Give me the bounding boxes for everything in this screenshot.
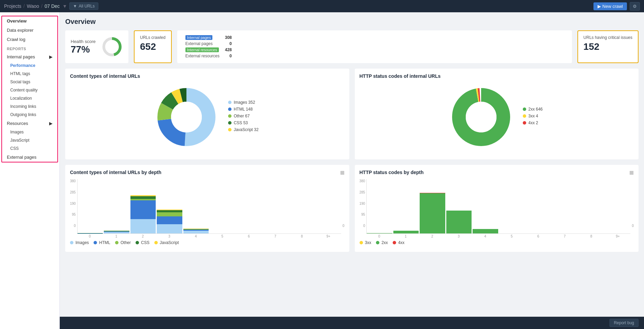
- internal-resources-count: 428: [222, 47, 235, 53]
- sidebar-sub-performance[interactable]: Performance: [2, 61, 57, 70]
- bar-chart-icon-1: ▦: [340, 170, 345, 175]
- critical-issues-card: URLs having critical issues 152: [577, 30, 639, 63]
- filter-label: All URLs: [79, 4, 95, 9]
- legend-dot-images: [228, 101, 232, 104]
- sidebar-sub-html-tags[interactable]: HTML tags: [2, 70, 57, 78]
- bar-chart-icon-2: ▦: [629, 170, 634, 175]
- sidebar: Overview Data explorer Crawl log REPORTS…: [0, 12, 60, 329]
- legend-html: HTML 148: [228, 107, 258, 112]
- legend-css: CSS 53: [228, 120, 258, 125]
- sidebar-item-resources[interactable]: Resources ▶: [2, 119, 57, 128]
- http-bar-group-3: [446, 179, 472, 233]
- urls-crawled-value: 652: [140, 41, 166, 52]
- bar-seg-css-2: [130, 196, 156, 199]
- sidebar-item-internal-pages[interactable]: Internal pages ▶: [2, 52, 57, 61]
- http-depth-xlabels: 0 1 2 3 4 5 6 7 8 9+: [366, 234, 630, 238]
- table-row: External resources 0: [183, 53, 235, 59]
- legend-label-2xx: 2xx 646: [528, 107, 543, 112]
- sidebar-section-reports: REPORTS: [2, 44, 57, 52]
- health-score-card: Health score 77%: [65, 30, 128, 63]
- content-types-donut-svg: [156, 86, 217, 148]
- content-types-chart: Content types of internal URLs: [65, 69, 349, 159]
- breadcrumb-date[interactable]: 07 Dec: [44, 3, 59, 9]
- http-depth-legend: 3xx 2xx 4xx: [360, 240, 634, 247]
- http-bar-group-4: [473, 179, 498, 233]
- content-depth-bars-wrap: 0 1 2 3 4 5 6 7 8 9+: [77, 179, 341, 238]
- sidebar-sub-images[interactable]: Images: [2, 128, 57, 136]
- http-status-legend: 2xx 646 3xx 4 4xx 2: [523, 107, 543, 127]
- bar-group-3: [157, 179, 182, 233]
- sidebar-sub-outgoing-links[interactable]: Outgoing links: [2, 111, 57, 119]
- urls-crawled-label: URLs crawled: [140, 35, 166, 40]
- breadcrumb-sep-1: /: [24, 3, 25, 9]
- http-depth-title: HTTP status codes by depth: [360, 170, 634, 175]
- health-score-value: 77%: [71, 44, 96, 55]
- settings-button[interactable]: ⚙: [630, 2, 640, 11]
- http-bar-group-0: [367, 179, 392, 233]
- breadcrumb-projects[interactable]: Projects: [4, 3, 22, 9]
- bar-group-1: [104, 179, 129, 233]
- breadcrumb-sep-2: /: [41, 3, 43, 9]
- new-crawl-button[interactable]: ▶ New crawl: [593, 2, 627, 10]
- legend-http-4xx: 4xx: [393, 240, 405, 245]
- legend-label-html: HTML 148: [234, 107, 253, 112]
- bar-group-0: [78, 179, 103, 233]
- external-resources-count: 0: [222, 53, 235, 59]
- legend-images: Images 352: [228, 100, 258, 105]
- bar-group-2: [130, 179, 156, 233]
- main-content: Overview Health score 77% URLs crawled 6…: [60, 12, 644, 329]
- content-depth-legend: Images HTML Other CSS: [70, 240, 345, 247]
- sidebar-sub-css[interactable]: CSS: [2, 144, 57, 153]
- legend-http-2xx: 2xx: [376, 240, 388, 245]
- sidebar-item-data-explorer[interactable]: Data explorer: [2, 26, 57, 35]
- sidebar-bordered-group: Overview Data explorer Crawl log REPORTS…: [1, 16, 58, 162]
- url-breakdown-card: Internal pages 308 External pages 0 Inte…: [177, 30, 572, 63]
- table-row: Internal resources 428: [183, 47, 235, 53]
- bar-seg-images-3: [157, 224, 182, 233]
- bar-seg-html-3: [157, 216, 182, 224]
- external-resources-type: External resources: [183, 53, 222, 59]
- bar-seg-images-2: [130, 219, 156, 233]
- legend-depth-other: Other: [115, 240, 131, 245]
- metrics-row: Health score 77% URLs crawled 652 Intern…: [65, 30, 639, 63]
- legend-dot-depth-html: [94, 241, 97, 244]
- http-status-donut-container: 2xx 646 3xx 4 4xx 2: [360, 83, 634, 155]
- sidebar-sub-social-tags[interactable]: Social tags: [2, 78, 57, 86]
- filter-button[interactable]: ▼ All URLs: [69, 2, 99, 10]
- external-pages-count: 0: [222, 41, 235, 47]
- http-depth-yaxis: 380 285 190 95 0: [360, 179, 367, 234]
- legend-dot-depth-css: [136, 241, 139, 244]
- internal-pages-count: 308: [222, 34, 235, 41]
- bar-seg-other-3: [157, 212, 182, 216]
- legend-dot-html: [228, 108, 232, 111]
- http-status-donut-svg: [450, 86, 512, 148]
- sidebar-item-overview[interactable]: Overview: [2, 16, 57, 26]
- sidebar-sub-content-quality[interactable]: Content quality: [2, 86, 57, 94]
- legend-label-javascript: JavaScript 32: [234, 127, 258, 132]
- bottom-bar: Report bug: [60, 317, 644, 329]
- other-label: Other: [121, 240, 131, 245]
- content-depth-yaxis: 380 285 190 95 0: [70, 179, 77, 234]
- breadcrumb-waoo[interactable]: Waoo: [27, 3, 39, 9]
- sidebar-item-external-pages[interactable]: External pages: [2, 153, 57, 162]
- legend-dot-depth-javascript: [154, 241, 158, 244]
- legend-dot-4xx: [523, 121, 526, 125]
- sidebar-sub-incoming-links[interactable]: Incoming links: [2, 102, 57, 111]
- http-depth-inner: 380 285 190 95 0: [360, 179, 634, 238]
- legend-dot-http-2xx: [376, 241, 379, 244]
- content-depth-inner: 380 285 190 95 0: [70, 179, 345, 238]
- sidebar-item-crawl-log[interactable]: Crawl log: [2, 35, 57, 44]
- legend-dot-http-3xx: [360, 241, 363, 244]
- date-dropdown-icon[interactable]: ▼: [62, 3, 67, 9]
- report-bug-button[interactable]: Report bug: [610, 319, 639, 327]
- legend-dot-other: [228, 114, 232, 118]
- sidebar-sub-localization[interactable]: Localization: [2, 94, 57, 102]
- http-depth-bars-wrap: 0 1 2 3 4 5 6 7 8 9+: [366, 179, 630, 238]
- legend-4xx: 4xx 2: [523, 120, 543, 125]
- legend-dot-3xx: [523, 114, 526, 118]
- legend-dot-depth-images: [70, 241, 73, 244]
- legend-label-other: Other 67: [234, 114, 250, 118]
- sidebar-sub-javascript[interactable]: JavaScript: [2, 136, 57, 144]
- http-depth-bars: [366, 179, 630, 234]
- charts-grid: Content types of internal URLs: [65, 69, 639, 252]
